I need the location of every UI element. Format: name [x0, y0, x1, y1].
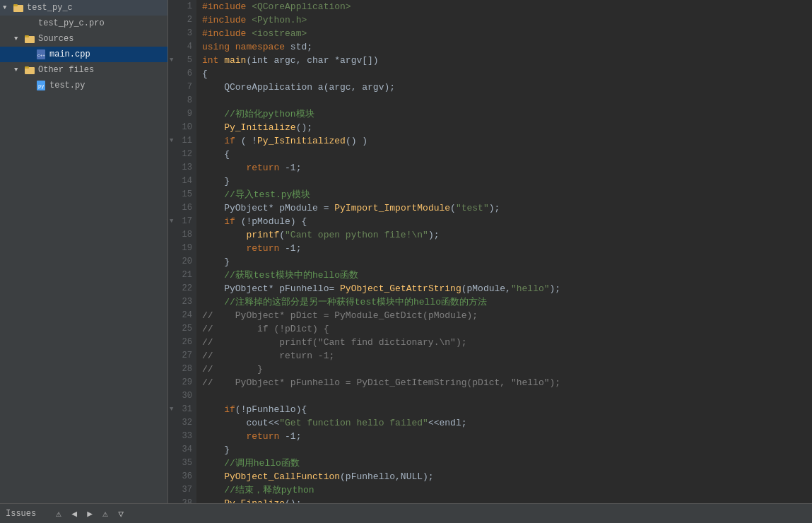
line-number-33: 33 — [168, 430, 192, 443]
cpp-file-icon: c++ — [35, 49, 47, 60]
bottom-bar: Issues ⚠ ◀ ▶ ⚠ ▽ — [0, 503, 812, 523]
line-number-19: 19 — [168, 242, 192, 255]
code-line-8 — [202, 94, 806, 107]
py-file-icon: py — [35, 80, 47, 91]
sidebar: ▼test_py_ctest_py_c.pro▼Sourcesc++main.c… — [0, 0, 168, 503]
svg-rect-7 — [25, 66, 29, 69]
code-line-16: PyObject* pModule = PyImport_ImportModul… — [202, 201, 806, 215]
sidebar-item-label: test_py_c — [27, 3, 73, 13]
line-number-1: 1 — [168, 0, 192, 13]
line-number-5: ▼5 — [168, 54, 192, 67]
code-line-23: //注释掉的这部分是另一种获得test模块中的hello函数的方法 — [202, 295, 806, 309]
issues-tab[interactable]: Issues — [6, 509, 36, 519]
sidebar-item-test_py[interactable]: pytest.py — [0, 78, 167, 93]
line-number-21: 21 — [168, 269, 192, 282]
line-number-35: 35 — [168, 457, 192, 470]
code-line-33: return -1; — [202, 430, 806, 443]
line-number-23: 23 — [168, 295, 192, 309]
warning-icon[interactable]: ⚠ — [100, 508, 111, 519]
code-line-22: PyObject* pFunhello= PyObject_GetAttrStr… — [202, 282, 806, 295]
sidebar-item-pro[interactable]: test_py_c.pro — [0, 16, 167, 31]
line-number-4: 4 — [168, 40, 192, 54]
code-line-3: #include <iostream> — [202, 27, 806, 40]
fold-button-11[interactable]: ▼ — [170, 134, 173, 148]
folder-arrow-icon: ▼ — [14, 66, 23, 74]
line-number-36: 36 — [168, 470, 192, 483]
line-number-2: 2 — [168, 13, 192, 27]
code-line-17: if (!pModule) { — [202, 215, 806, 228]
sidebar-item-label: test_py_c.pro — [38, 18, 105, 28]
line-number-6: 6 — [168, 67, 192, 81]
folder-arrow-icon: ▼ — [3, 4, 11, 11]
code-line-25: // if (!pDict) { — [202, 322, 806, 336]
line-number-3: 3 — [168, 27, 192, 40]
warning-list-icon[interactable]: ⚠ — [53, 508, 64, 519]
line-number-13: 13 — [168, 161, 192, 175]
code-line-4: using namespace std; — [202, 40, 806, 54]
code-line-1: #include <QCoreApplication> — [202, 0, 806, 13]
code-line-11: if ( !Py_IsInitialized() ) — [202, 134, 806, 148]
next-icon[interactable]: ▶ — [84, 508, 95, 519]
sidebar-item-label: main.cpp — [49, 49, 90, 59]
line-number-24: 24 — [168, 309, 192, 322]
folder-icon — [24, 33, 35, 45]
code-line-24: // PyObject* pDict = PyModule_GetDict(pM… — [202, 309, 806, 322]
code-line-14: } — [202, 175, 806, 188]
line-number-15: 15 — [168, 188, 192, 201]
line-number-37: 37 — [168, 483, 192, 497]
code-line-31: if(!pFunhello){ — [202, 403, 806, 416]
line-number-8: 8 — [168, 94, 192, 107]
line-number-18: 18 — [168, 228, 192, 242]
sidebar-item-label: Sources — [38, 34, 73, 44]
code-line-28: // } — [202, 363, 806, 376]
svg-text:py: py — [38, 83, 44, 89]
fold-button-31[interactable]: ▼ — [170, 403, 173, 416]
code-line-15: //导入test.py模块 — [202, 188, 806, 201]
code-line-18: printf("Cant open python file!\n"); — [202, 228, 806, 242]
line-number-7: 7 — [168, 81, 192, 94]
line-number-14: 14 — [168, 175, 192, 188]
filter-icon[interactable]: ▽ — [115, 508, 126, 519]
code-line-35: //调用hello函数 — [202, 457, 806, 470]
sidebar-item-other_files[interactable]: ▼Other files — [0, 62, 167, 78]
line-number-17: ▼17 — [168, 215, 192, 228]
code-line-9: //初始化python模块 — [202, 107, 806, 121]
code-line-38: Py_Finalize(); — [202, 497, 806, 503]
line-number-25: 25 — [168, 322, 192, 336]
code-line-26: // printf("Cant find dictionary.\n"); — [202, 336, 806, 349]
code-line-13: return -1; — [202, 161, 806, 175]
fold-button-5[interactable]: ▼ — [170, 54, 173, 67]
prev-icon[interactable]: ◀ — [69, 508, 80, 519]
code-line-27: // return -1; — [202, 349, 806, 363]
svg-rect-1 — [13, 4, 18, 6]
line-number-28: 28 — [168, 363, 192, 376]
code-line-2: #include <Python.h> — [202, 13, 806, 27]
code-line-12: { — [202, 148, 806, 161]
sidebar-item-sources[interactable]: ▼Sources — [0, 31, 167, 47]
folder-icon — [24, 64, 35, 76]
code-line-32: cout<<"Get function hello failed"<<endl; — [202, 416, 806, 430]
code-line-5: int main(int argc, char *argv[]) — [202, 54, 806, 67]
line-number-9: 9 — [168, 107, 192, 121]
sidebar-item-label: Other files — [38, 65, 94, 75]
code-line-21: //获取test模块中的hello函数 — [202, 269, 806, 282]
line-number-32: 32 — [168, 416, 192, 430]
line-number-30: 30 — [168, 389, 192, 403]
code-area[interactable]: #include <QCoreApplication>#include <Pyt… — [196, 0, 812, 503]
editor: 1234▼5678910▼111213141516▼17181920212223… — [168, 0, 812, 503]
file-icon — [24, 18, 35, 29]
folder-arrow-icon: ▼ — [14, 35, 23, 42]
line-number-10: 10 — [168, 121, 192, 134]
fold-button-17[interactable]: ▼ — [170, 215, 173, 228]
sidebar-item-root[interactable]: ▼test_py_c — [0, 0, 167, 16]
code-line-34: } — [202, 443, 806, 457]
line-number-38: 38 — [168, 497, 192, 503]
line-number-29: 29 — [168, 376, 192, 389]
line-number-34: 34 — [168, 443, 192, 457]
code-line-37: //结束，释放python — [202, 483, 806, 497]
sidebar-item-main_cpp[interactable]: c++main.cpp — [0, 47, 167, 62]
line-number-16: 16 — [168, 201, 192, 215]
folder-icon — [13, 2, 24, 13]
code-line-36: PyObject_CallFunction(pFunhello,NULL); — [202, 470, 806, 483]
line-number-12: 12 — [168, 148, 192, 161]
